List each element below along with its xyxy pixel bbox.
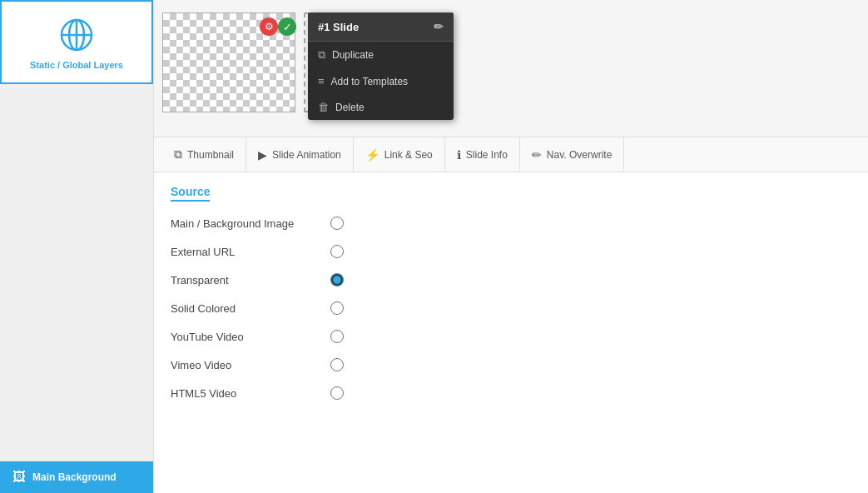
transparent-label: Transparent — [171, 274, 320, 286]
tab-animation-label: Slide Animation — [272, 149, 341, 161]
templates-icon: ≡ — [318, 75, 325, 87]
sidebar-main-bg-label: Main Background — [32, 471, 117, 483]
main-bg-label: Main / Background Image — [171, 217, 320, 230]
source-option-transparent: Transparent — [171, 273, 851, 286]
image-icon: 🖼 — [12, 470, 26, 485]
solid-colored-label-text: Solid Colored — [171, 302, 236, 315]
thumbnail-icon: ⧉ — [174, 147, 182, 162]
info-icon: ℹ — [457, 148, 461, 162]
slide-bar: ⚙ ✓ #1 Slide ✏ ⧉ Duplicate ≡ — [154, 0, 868, 137]
nav-icon: ✏ — [532, 148, 542, 162]
tab-nav-overwrite[interactable]: ✏ Nav. Overwrite — [520, 137, 624, 172]
tabs-bar: ⧉ Thumbnail ▶ Slide Animation ⚡ Link & S… — [154, 137, 868, 172]
radio-solid-colored[interactable] — [330, 301, 344, 315]
context-menu-header: #1 Slide ✏ — [308, 12, 454, 41]
globe-icon-box — [56, 14, 97, 56]
animation-icon: ▶ — [258, 148, 267, 162]
source-option-vimeo: Vimeo Video — [171, 358, 851, 371]
source-option-html5: HTML5 Video — [171, 386, 851, 400]
duplicate-icon: ⧉ — [318, 48, 325, 62]
source-option-external-url: External URL — [171, 245, 851, 258]
vimeo-label: Vimeo Video — [171, 359, 320, 371]
source-options: Main / Background Image External URL Tra… — [171, 217, 851, 400]
context-menu-edit-icon[interactable]: ✏ — [434, 20, 444, 33]
tab-link-label: Link & Seo — [384, 149, 433, 161]
html5-label: HTML5 Video — [171, 387, 320, 400]
context-menu-add-templates[interactable]: ≡ Add to Templates — [308, 68, 454, 94]
delete-label: Delete — [335, 102, 365, 113]
settings-icon: ⚙ — [265, 21, 274, 32]
radio-youtube[interactable] — [330, 330, 344, 343]
sidebar-item-global-layers[interactable]: Static / Global Layers — [0, 0, 153, 84]
context-menu-duplicate[interactable]: ⧉ Duplicate — [308, 42, 454, 68]
sidebar: Static / Global Layers 🖼 Main Background — [0, 0, 154, 493]
radio-html5[interactable] — [330, 386, 344, 400]
tab-info-label: Slide Info — [466, 149, 508, 161]
slide-active-badge: ✓ — [278, 17, 296, 36]
tab-link-seo[interactable]: ⚡ Link & Seo — [354, 137, 445, 172]
context-menu-title: #1 Slide — [318, 21, 359, 33]
solid-colored-label: Solid Colored — [171, 302, 320, 315]
checkmark-icon: ✓ — [283, 21, 292, 33]
link-icon: ⚡ — [365, 148, 379, 162]
external-url-label: External URL — [171, 246, 320, 258]
tab-nav-label: Nav. Overwrite — [547, 149, 612, 161]
main-content: ⚙ ✓ #1 Slide ✏ ⧉ Duplicate ≡ — [154, 0, 868, 493]
radio-main-bg[interactable] — [330, 217, 344, 230]
context-menu: #1 Slide ✏ ⧉ Duplicate ≡ Add to Template… — [308, 12, 454, 120]
slide-thumbnail[interactable]: ⚙ ✓ — [162, 12, 295, 112]
youtube-label-text: YouTube Video — [171, 331, 244, 343]
globe-icon — [58, 17, 95, 53]
duplicate-label: Duplicate — [332, 49, 374, 61]
delete-icon: 🗑 — [318, 101, 329, 113]
slide-settings-badge[interactable]: ⚙ — [260, 17, 278, 36]
radio-transparent[interactable] — [330, 273, 344, 286]
youtube-label: YouTube Video — [171, 331, 320, 343]
source-section: Source Main / Background Image External … — [154, 172, 868, 493]
tab-slide-animation[interactable]: ▶ Slide Animation — [246, 137, 354, 172]
external-label-text: External — [171, 246, 213, 258]
sidebar-item-main-bg[interactable]: 🖼 Main Background — [0, 461, 153, 493]
source-title: Source — [171, 185, 210, 202]
add-templates-label: Add to Templates — [331, 76, 409, 87]
tab-slide-info[interactable]: ℹ Slide Info — [445, 137, 520, 172]
vimeo-label-text: Vimeo Video — [171, 359, 231, 371]
html5-label-text: HTML5 Video — [171, 387, 236, 400]
app-container: Static / Global Layers 🖼 Main Background… — [0, 0, 868, 493]
radio-external-url[interactable] — [330, 245, 344, 258]
tab-thumbnail[interactable]: ⧉ Thumbnail — [162, 137, 246, 172]
sidebar-global-layers-label: Static / Global Layers — [30, 60, 123, 70]
transparent-label-text: Transparent — [171, 274, 229, 286]
source-option-main-bg: Main / Background Image — [171, 217, 851, 230]
radio-vimeo[interactable] — [330, 358, 344, 371]
tab-thumbnail-label: Thumbnail — [187, 149, 234, 161]
source-option-solid-colored: Solid Colored — [171, 301, 851, 315]
main-bg-label-text: Main / Background Image — [171, 217, 294, 230]
context-menu-delete[interactable]: 🗑 Delete — [308, 94, 454, 120]
source-option-youtube: YouTube Video — [171, 330, 851, 343]
url-text: URL — [213, 246, 235, 258]
